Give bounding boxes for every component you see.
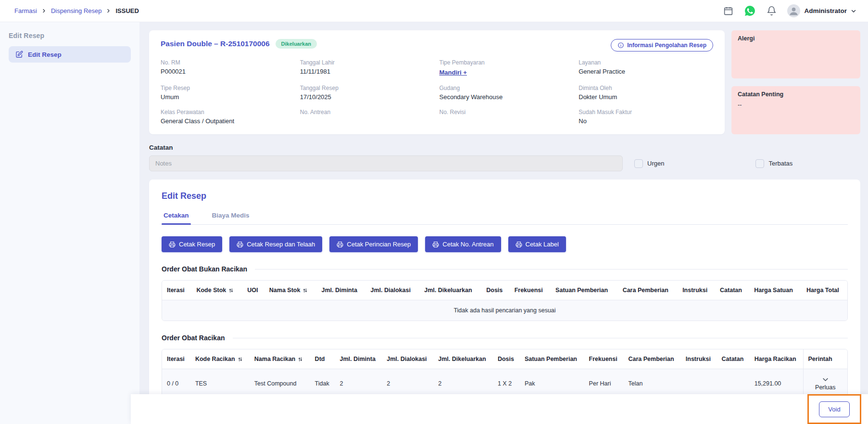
button-label: Cetak Resep dan Telaah bbox=[247, 241, 315, 248]
col-cara-pemberian: Cara Pemberian bbox=[624, 349, 681, 369]
whatsapp-icon[interactable] bbox=[744, 5, 756, 17]
breadcrumb-current-issued: ISSUED bbox=[115, 7, 138, 14]
catatan-penting-box: Catatan Penting -- bbox=[731, 86, 860, 134]
chevron-down-icon bbox=[851, 8, 856, 14]
field-label: No. Antrean bbox=[300, 109, 435, 116]
col-harga-total: Harga Total bbox=[802, 281, 847, 300]
button-label: Cetak Label bbox=[526, 241, 559, 248]
urgen-checkbox[interactable] bbox=[634, 159, 643, 168]
col-nama-racikan[interactable]: Nama Racikan bbox=[250, 349, 310, 369]
breadcrumb-link-dispensing-resep[interactable]: Dispensing Resep bbox=[51, 7, 102, 14]
col-jml-diminta: Jml. Diminta bbox=[335, 349, 382, 369]
cell-perintah: Perluas bbox=[803, 369, 847, 398]
field-no-antrean: No. Antrean bbox=[300, 109, 435, 125]
col-nama-stok[interactable]: Nama Stok bbox=[264, 281, 317, 300]
urgen-checkbox-group[interactable]: Urgen bbox=[634, 159, 664, 168]
informasi-pengolahan-resep-button[interactable]: Informasi Pengolahan Resep bbox=[611, 39, 713, 51]
field-label: Tanggal Resep bbox=[300, 85, 435, 91]
urgen-label: Urgen bbox=[647, 160, 664, 167]
col-kode-stok[interactable]: Kode Stok bbox=[191, 281, 242, 300]
notes-input[interactable] bbox=[149, 155, 623, 171]
field-value: Secondary Warehouse bbox=[440, 93, 574, 101]
col-jml-dialokasi: Jml. Dialokasi bbox=[382, 349, 433, 369]
terbatas-checkbox[interactable] bbox=[755, 159, 764, 168]
cetak-perincian-resep-button[interactable]: Cetak Perincian Resep bbox=[329, 236, 418, 252]
calendar-icon[interactable] bbox=[723, 6, 733, 16]
sidebar-item-edit-resep[interactable]: Edit Resep bbox=[9, 46, 131, 63]
breadcrumb-link-farmasi[interactable]: Farmasi bbox=[14, 7, 37, 14]
void-button[interactable]: Void bbox=[819, 401, 849, 417]
field-tanggal-lahir: Tanggal Lahir 11/11/1981 bbox=[300, 59, 435, 77]
sort-icon[interactable] bbox=[228, 288, 234, 293]
field-label: Gudang bbox=[440, 85, 574, 91]
tab-biaya-medis[interactable]: Biaya Medis bbox=[210, 212, 252, 224]
field-value: Umum bbox=[161, 93, 295, 101]
status-badge: Dikeluarkan bbox=[276, 39, 317, 49]
sort-icon[interactable] bbox=[302, 288, 308, 293]
col-jml-diminta: Jml. Diminta bbox=[317, 281, 366, 300]
tabs: Cetakan Biaya Medis bbox=[162, 212, 848, 225]
empty-row: Tidak ada hasil pencarian yang sesuai bbox=[162, 300, 847, 321]
col-instruksi: Instruksi bbox=[681, 349, 717, 369]
cell-cara-pemberian: Telan bbox=[624, 369, 681, 398]
edit-resep-card: Edit Resep Cetakan Biaya Medis Cetak Res… bbox=[149, 180, 860, 424]
terbatas-checkbox-group[interactable]: Terbatas bbox=[755, 159, 793, 168]
field-value: General Practice bbox=[579, 68, 713, 75]
field-value: 17/10/2025 bbox=[300, 93, 435, 101]
expand-row-control[interactable]: Perluas bbox=[808, 376, 843, 391]
col-uoi: UOI bbox=[242, 281, 264, 300]
field-value: General Class / Outpatient bbox=[161, 117, 295, 125]
print-buttons-row: Cetak Resep Cetak Resep dan Telaah Cetak… bbox=[162, 236, 848, 252]
field-label: Tanggal Lahir bbox=[300, 59, 435, 66]
section-title: Order Obat Racikan bbox=[162, 334, 225, 342]
racikan-table: Iterasi Kode Racikan Nama Racikan Dtd Jm… bbox=[162, 349, 848, 398]
sort-icon[interactable] bbox=[238, 357, 243, 362]
cell-satuan-pemberian: Pak bbox=[520, 369, 584, 398]
col-frekuensi: Frekuensi bbox=[584, 349, 624, 369]
cell-iterasi: 0 / 0 bbox=[162, 369, 190, 398]
catatan-penting-value: -- bbox=[738, 102, 854, 108]
col-cara-pemberian: Cara Pemberian bbox=[618, 281, 678, 300]
table-header-row: Iterasi Kode Stok UOI Nama Stok Jml. Dim… bbox=[162, 281, 847, 300]
main-content: Pasien Double – R-2510170006 Dikeluarkan… bbox=[139, 22, 868, 424]
field-label: Diminta Oleh bbox=[579, 85, 713, 91]
col-jml-dikeluarkan: Jml. Dikeluarkan bbox=[433, 349, 493, 369]
cell-frekuensi: Per Hari bbox=[584, 369, 624, 398]
printer-icon bbox=[237, 241, 243, 248]
sort-icon[interactable] bbox=[298, 357, 303, 362]
printer-icon bbox=[169, 241, 176, 248]
cetak-resep-dan-telaah-button[interactable]: Cetak Resep dan Telaah bbox=[229, 236, 322, 252]
cetak-no-antrean-button[interactable]: Cetak No. Antrean bbox=[425, 236, 501, 252]
tipe-pembayaran-link[interactable]: Mandiri + bbox=[440, 69, 467, 76]
sidebar: Edit Resep Edit Resep bbox=[0, 22, 139, 424]
cell-dtd: Tidak bbox=[310, 369, 335, 398]
field-label: No. Revisi bbox=[440, 109, 574, 116]
col-dtd: Dtd bbox=[310, 349, 335, 369]
cell-jml-dikeluarkan: 2 bbox=[433, 369, 493, 398]
bell-icon[interactable] bbox=[767, 6, 777, 16]
cell-kode-racikan: TES bbox=[190, 369, 250, 398]
field-kelas-perawatan: Kelas Perawatan General Class / Outpatie… bbox=[161, 109, 295, 125]
table-row: 0 / 0 TES Test Compound Tidak 2 2 2 1 X … bbox=[162, 369, 847, 398]
cetak-resep-button[interactable]: Cetak Resep bbox=[162, 236, 222, 252]
printer-icon bbox=[516, 241, 522, 248]
annotation-highlight-box: Void bbox=[807, 394, 861, 424]
field-value: No bbox=[579, 117, 713, 125]
user-menu[interactable]: Administrator bbox=[787, 4, 856, 17]
col-kode-racikan[interactable]: Kode Racikan bbox=[190, 349, 250, 369]
avatar bbox=[787, 4, 800, 17]
col-harga-satuan: Harga Satuan bbox=[749, 281, 802, 300]
col-perintah: Perintah bbox=[803, 349, 847, 369]
order-obat-bukan-racikan-heading: Order Obat Bukan Racikan bbox=[162, 265, 848, 273]
field-label: Tipe Pembayaran bbox=[440, 59, 574, 66]
field-label: Sudah Masuk Faktur bbox=[579, 109, 713, 116]
order-obat-racikan-heading: Order Obat Racikan bbox=[162, 334, 848, 342]
printer-icon bbox=[432, 241, 439, 248]
alergi-box: Alergi bbox=[731, 30, 860, 78]
chevron-down-icon bbox=[822, 376, 829, 383]
patient-field-grid: No. RM P000021 Tanggal Lahir 11/11/1981 … bbox=[161, 59, 713, 125]
tab-cetakan[interactable]: Cetakan bbox=[162, 212, 191, 224]
alert-panel: Alergi Catatan Penting -- bbox=[731, 30, 860, 134]
expand-label: Perluas bbox=[815, 384, 835, 391]
cetak-label-button[interactable]: Cetak Label bbox=[508, 236, 566, 252]
